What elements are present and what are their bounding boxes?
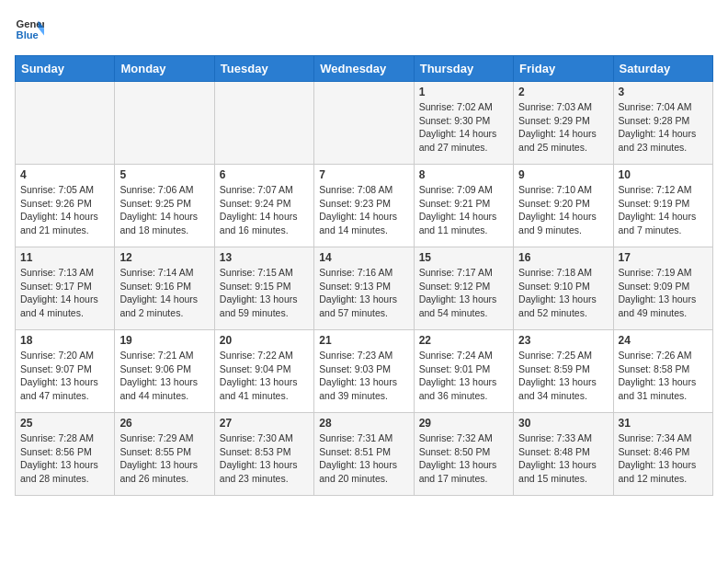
day-number: 6 xyxy=(220,168,309,181)
calendar-cell: 7Sunrise: 7:08 AM Sunset: 9:23 PM Daylig… xyxy=(314,165,414,247)
day-number: 3 xyxy=(619,86,708,98)
cell-content: Sunrise: 7:23 AM Sunset: 9:03 PM Dayligh… xyxy=(319,349,408,403)
calendar-cell: 31Sunrise: 7:34 AM Sunset: 8:46 PM Dayli… xyxy=(613,413,712,496)
calendar-cell: 21Sunrise: 7:23 AM Sunset: 9:03 PM Dayli… xyxy=(314,330,414,413)
cell-content: Sunrise: 7:18 AM Sunset: 9:10 PM Dayligh… xyxy=(518,266,608,320)
cell-content: Sunrise: 7:12 AM Sunset: 9:19 PM Dayligh… xyxy=(619,183,708,237)
header-day: Friday xyxy=(514,56,613,82)
day-number: 30 xyxy=(518,417,608,430)
calendar-week-row: 4Sunrise: 7:05 AM Sunset: 9:26 PM Daylig… xyxy=(16,165,713,247)
calendar-cell: 13Sunrise: 7:15 AM Sunset: 9:15 PM Dayli… xyxy=(214,247,313,330)
cell-content: Sunrise: 7:19 AM Sunset: 9:09 PM Dayligh… xyxy=(619,266,708,320)
cell-content: Sunrise: 7:26 AM Sunset: 8:58 PM Dayligh… xyxy=(619,349,708,403)
cell-content: Sunrise: 7:08 AM Sunset: 9:23 PM Dayligh… xyxy=(319,183,408,237)
calendar-cell: 23Sunrise: 7:25 AM Sunset: 8:59 PM Dayli… xyxy=(514,330,613,413)
cell-content: Sunrise: 7:17 AM Sunset: 9:12 PM Dayligh… xyxy=(419,266,508,320)
day-number: 18 xyxy=(20,334,109,347)
calendar-cell: 27Sunrise: 7:30 AM Sunset: 8:53 PM Dayli… xyxy=(214,413,313,496)
calendar-cell: 9Sunrise: 7:10 AM Sunset: 9:20 PM Daylig… xyxy=(514,165,613,247)
cell-content: Sunrise: 7:07 AM Sunset: 9:24 PM Dayligh… xyxy=(220,183,309,237)
calendar-week-row: 1Sunrise: 7:02 AM Sunset: 9:30 PM Daylig… xyxy=(16,82,713,165)
header-day: Tuesday xyxy=(214,56,313,82)
day-number: 25 xyxy=(20,417,109,430)
cell-content: Sunrise: 7:31 AM Sunset: 8:51 PM Dayligh… xyxy=(319,431,408,486)
day-number: 21 xyxy=(319,334,408,347)
day-number: 26 xyxy=(119,417,209,430)
day-number: 8 xyxy=(419,168,508,181)
header-day: Wednesday xyxy=(314,56,414,82)
logo: General Blue xyxy=(15,15,44,44)
day-number: 13 xyxy=(220,251,309,264)
cell-content: Sunrise: 7:28 AM Sunset: 8:56 PM Dayligh… xyxy=(20,431,109,486)
cell-content: Sunrise: 7:05 AM Sunset: 9:26 PM Dayligh… xyxy=(20,183,109,237)
cell-content: Sunrise: 7:06 AM Sunset: 9:25 PM Dayligh… xyxy=(119,183,209,237)
cell-content: Sunrise: 7:33 AM Sunset: 8:48 PM Dayligh… xyxy=(518,431,608,486)
calendar-week-row: 25Sunrise: 7:28 AM Sunset: 8:56 PM Dayli… xyxy=(16,413,713,496)
cell-content: Sunrise: 7:16 AM Sunset: 9:13 PM Dayligh… xyxy=(319,266,408,320)
cell-content: Sunrise: 7:15 AM Sunset: 9:15 PM Dayligh… xyxy=(220,266,309,320)
day-number: 7 xyxy=(319,168,408,181)
day-number: 11 xyxy=(20,251,109,264)
logo-icon: General Blue xyxy=(15,15,44,44)
day-number: 4 xyxy=(20,168,109,181)
calendar-cell: 30Sunrise: 7:33 AM Sunset: 8:48 PM Dayli… xyxy=(514,413,613,496)
header-day: Thursday xyxy=(414,56,513,82)
day-number: 27 xyxy=(220,417,309,430)
cell-content: Sunrise: 7:02 AM Sunset: 9:30 PM Dayligh… xyxy=(419,100,508,155)
header-day: Monday xyxy=(115,56,214,82)
calendar-cell: 5Sunrise: 7:06 AM Sunset: 9:25 PM Daylig… xyxy=(115,165,214,247)
cell-content: Sunrise: 7:34 AM Sunset: 8:46 PM Dayligh… xyxy=(619,431,708,486)
calendar-cell xyxy=(115,82,214,165)
calendar-cell: 19Sunrise: 7:21 AM Sunset: 9:06 PM Dayli… xyxy=(115,330,214,413)
cell-content: Sunrise: 7:20 AM Sunset: 9:07 PM Dayligh… xyxy=(20,349,109,403)
calendar-cell: 28Sunrise: 7:31 AM Sunset: 8:51 PM Dayli… xyxy=(314,413,414,496)
calendar-cell: 22Sunrise: 7:24 AM Sunset: 9:01 PM Dayli… xyxy=(414,330,513,413)
calendar-cell xyxy=(314,82,414,165)
day-number: 14 xyxy=(319,251,408,264)
calendar-cell: 10Sunrise: 7:12 AM Sunset: 9:19 PM Dayli… xyxy=(613,165,712,247)
cell-content: Sunrise: 7:21 AM Sunset: 9:06 PM Dayligh… xyxy=(119,349,209,403)
calendar-cell: 14Sunrise: 7:16 AM Sunset: 9:13 PM Dayli… xyxy=(314,247,414,330)
calendar-cell: 2Sunrise: 7:03 AM Sunset: 9:29 PM Daylig… xyxy=(514,82,613,165)
cell-content: Sunrise: 7:10 AM Sunset: 9:20 PM Dayligh… xyxy=(518,183,608,237)
cell-content: Sunrise: 7:25 AM Sunset: 8:59 PM Dayligh… xyxy=(518,349,608,403)
header-row: SundayMondayTuesdayWednesdayThursdayFrid… xyxy=(16,56,713,82)
cell-content: Sunrise: 7:29 AM Sunset: 8:55 PM Dayligh… xyxy=(119,431,209,486)
day-number: 10 xyxy=(619,168,708,181)
calendar-cell: 8Sunrise: 7:09 AM Sunset: 9:21 PM Daylig… xyxy=(414,165,513,247)
day-number: 12 xyxy=(119,251,209,264)
day-number: 15 xyxy=(419,251,508,264)
calendar-week-row: 18Sunrise: 7:20 AM Sunset: 9:07 PM Dayli… xyxy=(16,330,713,413)
calendar-cell: 6Sunrise: 7:07 AM Sunset: 9:24 PM Daylig… xyxy=(214,165,313,247)
day-number: 31 xyxy=(619,417,708,430)
calendar-cell: 4Sunrise: 7:05 AM Sunset: 9:26 PM Daylig… xyxy=(16,165,115,247)
calendar-cell: 11Sunrise: 7:13 AM Sunset: 9:17 PM Dayli… xyxy=(16,247,115,330)
cell-content: Sunrise: 7:09 AM Sunset: 9:21 PM Dayligh… xyxy=(419,183,508,237)
svg-text:Blue: Blue xyxy=(17,29,39,40)
day-number: 29 xyxy=(419,417,508,430)
calendar-cell: 26Sunrise: 7:29 AM Sunset: 8:55 PM Dayli… xyxy=(115,413,214,496)
day-number: 16 xyxy=(518,251,608,264)
calendar-cell: 20Sunrise: 7:22 AM Sunset: 9:04 PM Dayli… xyxy=(214,330,313,413)
day-number: 17 xyxy=(619,251,708,264)
cell-content: Sunrise: 7:24 AM Sunset: 9:01 PM Dayligh… xyxy=(419,349,508,403)
calendar-cell: 25Sunrise: 7:28 AM Sunset: 8:56 PM Dayli… xyxy=(16,413,115,496)
day-number: 2 xyxy=(518,86,608,98)
day-number: 19 xyxy=(119,334,209,347)
calendar-cell: 16Sunrise: 7:18 AM Sunset: 9:10 PM Dayli… xyxy=(514,247,613,330)
calendar-cell xyxy=(16,82,115,165)
day-number: 5 xyxy=(119,168,209,181)
day-number: 22 xyxy=(419,334,508,347)
calendar-cell: 24Sunrise: 7:26 AM Sunset: 8:58 PM Dayli… xyxy=(613,330,712,413)
day-number: 9 xyxy=(518,168,608,181)
calendar-table: SundayMondayTuesdayWednesdayThursdayFrid… xyxy=(15,55,713,496)
calendar-cell: 18Sunrise: 7:20 AM Sunset: 9:07 PM Dayli… xyxy=(16,330,115,413)
cell-content: Sunrise: 7:14 AM Sunset: 9:16 PM Dayligh… xyxy=(119,266,209,320)
day-number: 1 xyxy=(419,86,508,98)
day-number: 28 xyxy=(319,417,408,430)
calendar-cell: 17Sunrise: 7:19 AM Sunset: 9:09 PM Dayli… xyxy=(613,247,712,330)
cell-content: Sunrise: 7:22 AM Sunset: 9:04 PM Dayligh… xyxy=(220,349,309,403)
calendar-cell xyxy=(214,82,313,165)
day-number: 20 xyxy=(220,334,309,347)
day-number: 24 xyxy=(619,334,708,347)
